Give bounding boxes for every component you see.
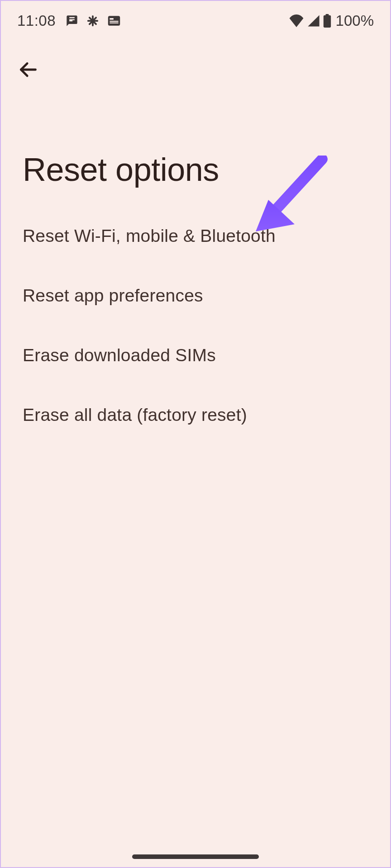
app-bar [1,34,390,84]
erase-all-data-factory-reset[interactable]: Erase all data (factory reset) [23,385,368,445]
nav-gesture-handle[interactable] [132,854,259,859]
svg-rect-2 [110,21,118,22]
arrow-back-icon [18,60,38,80]
cellular-icon [307,14,320,27]
notification-icons [66,14,121,27]
status-time: 11:08 [17,12,56,29]
svg-rect-5 [325,14,329,16]
photos-icon [86,14,99,27]
messages-icon [66,14,78,27]
status-bar: 11:08 100% [1,1,390,34]
battery-percentage: 100% [336,12,374,29]
option-label: Erase all data (factory reset) [23,405,247,425]
status-right: 100% [289,12,374,29]
svg-rect-4 [323,15,330,28]
svg-rect-1 [110,18,113,20]
option-label: Reset Wi-Fi, mobile & Bluetooth [23,226,276,245]
reset-app-preferences[interactable]: Reset app preferences [23,266,368,326]
battery-icon [323,14,331,28]
reset-wifi-mobile-bluetooth[interactable]: Reset Wi-Fi, mobile & Bluetooth [23,206,368,266]
page-title: Reset options [1,84,390,206]
option-label: Reset app preferences [23,286,203,305]
option-label: Erase downloaded SIMs [23,345,216,365]
reset-options-list: Reset Wi-Fi, mobile & Bluetooth Reset ap… [1,206,390,445]
svg-rect-3 [110,23,118,24]
wifi-icon [289,14,304,27]
status-left: 11:08 [17,12,121,29]
erase-downloaded-sims[interactable]: Erase downloaded SIMs [23,326,368,385]
back-button[interactable] [14,55,43,84]
news-icon [107,15,121,26]
